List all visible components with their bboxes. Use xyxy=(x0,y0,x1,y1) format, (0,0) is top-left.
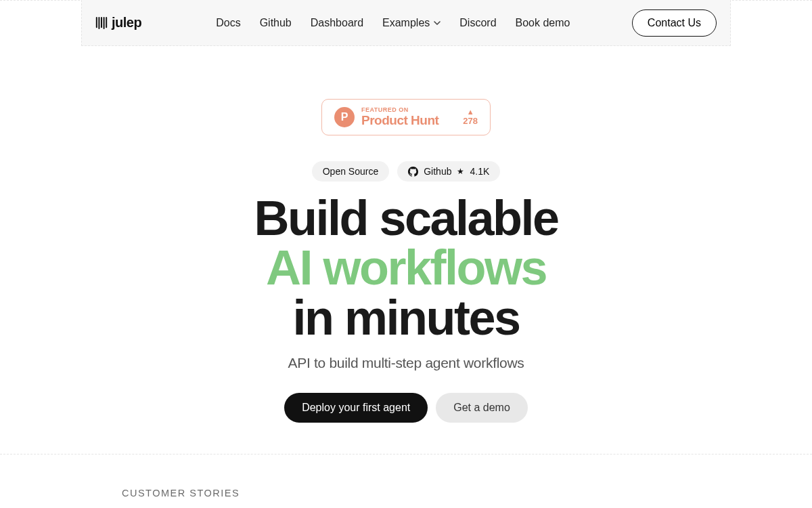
open-source-pill[interactable]: Open Source xyxy=(312,161,390,182)
product-hunt-name: Product Hunt xyxy=(361,114,438,127)
product-hunt-left: P FEATURED ON Product Hunt xyxy=(334,107,438,127)
product-hunt-badge-letter: P xyxy=(341,111,348,123)
get-demo-button[interactable]: Get a demo xyxy=(436,393,528,423)
nav-link-dashboard[interactable]: Dashboard xyxy=(311,17,363,29)
nav-link-discord[interactable]: Discord xyxy=(459,17,496,29)
brand-logo[interactable]: julep xyxy=(95,15,141,30)
customer-stories-heading: CUSTOMER STORIES xyxy=(122,488,240,499)
product-hunt-icon: P xyxy=(334,107,355,127)
cta-row: Deploy your first agent Get a demo xyxy=(284,393,528,423)
product-hunt-text: FEATURED ON Product Hunt xyxy=(361,107,438,127)
headline-line2: AI workflows xyxy=(254,243,558,293)
product-hunt-upvote: ▲ 278 xyxy=(463,108,478,126)
nav-link-book-demo[interactable]: Book demo xyxy=(516,17,570,29)
chevron-down-icon xyxy=(434,20,441,26)
github-star-count: 4.1K xyxy=(470,166,489,177)
nav-link-github-label: Github xyxy=(260,17,292,29)
nav-link-examples[interactable]: Examples xyxy=(382,17,441,29)
contact-us-button[interactable]: Contact Us xyxy=(632,9,717,37)
nav-link-dashboard-label: Dashboard xyxy=(311,17,363,29)
julep-logo-icon xyxy=(95,16,108,30)
deploy-agent-label: Deploy your first agent xyxy=(302,402,410,413)
open-source-label: Open Source xyxy=(323,166,379,177)
deploy-agent-button[interactable]: Deploy your first agent xyxy=(284,393,428,423)
headline-line1: Build scalable xyxy=(254,194,558,243)
top-nav: julep Docs Github Dashboard Examples Dis… xyxy=(81,0,731,46)
nav-link-docs[interactable]: Docs xyxy=(216,17,240,29)
nav-link-book-demo-label: Book demo xyxy=(516,17,570,29)
headline-line3: in minutes xyxy=(254,293,558,343)
github-icon xyxy=(408,167,418,177)
nav-link-docs-label: Docs xyxy=(216,17,240,29)
nav-links: Docs Github Dashboard Examples Discord B… xyxy=(216,17,570,29)
product-hunt-upvote-count: 278 xyxy=(463,116,478,126)
hero-section: P FEATURED ON Product Hunt ▲ 278 Open So… xyxy=(81,46,731,508)
contact-us-label: Contact Us xyxy=(648,17,701,28)
nav-link-examples-label: Examples xyxy=(382,17,430,29)
star-icon: ★ xyxy=(457,167,464,176)
product-hunt-badge[interactable]: P FEATURED ON Product Hunt ▲ 278 xyxy=(321,99,491,135)
get-demo-label: Get a demo xyxy=(453,402,510,413)
github-star-pill[interactable]: Github ★ 4.1K xyxy=(397,161,500,182)
nav-link-github[interactable]: Github xyxy=(260,17,292,29)
hero-headline: Build scalable AI workflows in minutes xyxy=(254,194,558,343)
upvote-triangle-icon: ▲ xyxy=(467,108,474,116)
nav-link-discord-label: Discord xyxy=(459,17,496,29)
brand-name: julep xyxy=(112,15,141,30)
hero-subhead: API to build multi-step agent workflows xyxy=(288,355,524,371)
badge-pills-row: Open Source Github ★ 4.1K xyxy=(312,161,501,182)
github-pill-label: Github xyxy=(424,166,451,177)
